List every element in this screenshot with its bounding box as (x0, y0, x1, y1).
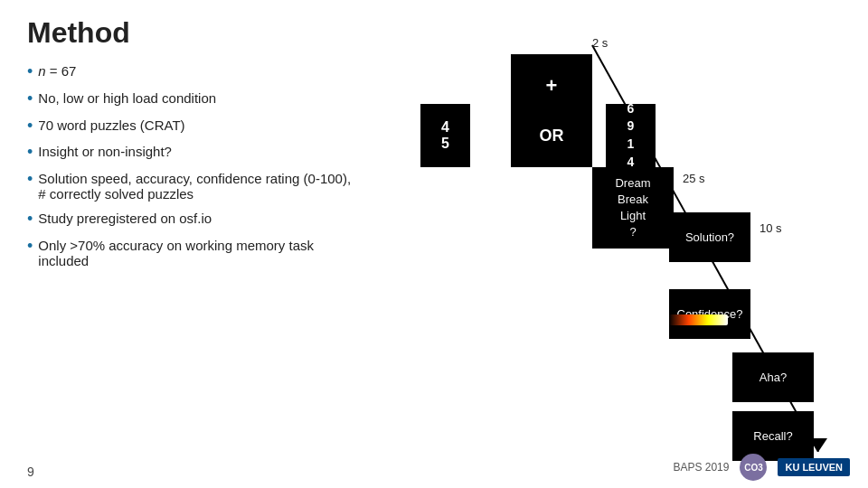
bullet-text-2: No, low or high load condition (38, 90, 216, 106)
box-solution: Solution? (669, 212, 750, 262)
bullet-item-2: • No, low or high load condition (27, 90, 353, 108)
box-right-numbers: 6 9 1 4 (606, 104, 656, 167)
bullet-dot: • (27, 144, 33, 162)
box-or: OR (511, 104, 592, 167)
box-aha: Aha? (732, 352, 814, 402)
footer-co3: CO3 (740, 454, 767, 481)
bullet-dot: • (27, 211, 33, 229)
diagram: 2 s + 4 5 OR 6 9 1 4 Dream Break Light ?… (335, 36, 859, 452)
bullet-text-6: Study preregistered on osf.io (38, 211, 212, 226)
right-numbers-text: 6 9 1 4 (627, 100, 635, 171)
bullet-text-3: 70 word puzzles (CRAT) (38, 117, 184, 133)
bullet-dot: • (27, 63, 33, 81)
bullet-text-5: Solution speed, accuracy, confidence rat… (38, 171, 353, 202)
bullet-dot: • (27, 238, 33, 256)
bullet-list: • n = 67 • No, low or high load conditio… (27, 63, 353, 277)
bullet-item-6: • Study preregistered on osf.io (27, 211, 353, 229)
label-2s: 2 s (592, 36, 608, 50)
bullet-item-7: • Only >70% accuracy on working memory t… (27, 238, 353, 268)
bullet-text-7: Only >70% accuracy on working memory tas… (38, 238, 353, 268)
box-dream: Dream Break Light ? (592, 167, 674, 249)
bullet-dot: • (27, 171, 33, 189)
load-numbers-text: 4 5 (441, 119, 449, 152)
footer-page-number: 9 (27, 465, 34, 479)
bullet-text-1: n = 67 (38, 63, 76, 79)
footer-conference: BAPS 2019 (673, 461, 729, 474)
bullet-item-4: • Insight or non-insight? (27, 144, 353, 162)
page-title: Method (27, 16, 130, 50)
bullet-item-5: • Solution speed, accuracy, confidence r… (27, 171, 353, 202)
bullet-item-1: • n = 67 (27, 63, 353, 81)
bullet-dot: • (27, 117, 33, 136)
label-25s: 25 s (683, 172, 705, 185)
bullet-item-3: • 70 word puzzles (CRAT) (27, 117, 353, 136)
bullet-dot: • (27, 90, 33, 108)
dream-break-text: Dream Break Light ? (615, 175, 650, 241)
confidence-gradient-bar (669, 314, 728, 325)
footer: BAPS 2019 CO3 KU LEUVEN (0, 454, 868, 481)
label-10s: 10 s (760, 221, 782, 235)
box-load-numbers: 4 5 (420, 104, 470, 167)
footer-university: KU LEUVEN (778, 458, 850, 476)
bullet-text-4: Insight or non-insight? (38, 144, 172, 159)
